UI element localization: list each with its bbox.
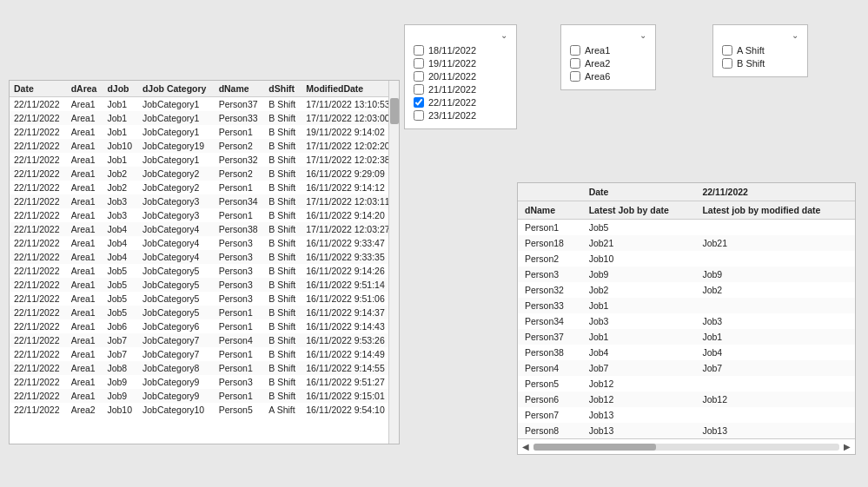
table-cell: 22/11/2022 bbox=[10, 250, 67, 264]
table-row[interactable]: 22/11/2022Area1Job10JobCategory19Person2… bbox=[10, 139, 399, 153]
summary-person-name: Person3 bbox=[518, 267, 582, 282]
summary-row[interactable]: Person8Job13Job13 bbox=[518, 423, 855, 438]
summary-latest-by-modified: Job7 bbox=[695, 360, 855, 376]
summary-person-name: Person2 bbox=[518, 251, 582, 267]
table-cell: JobCategory7 bbox=[138, 333, 215, 347]
table-row[interactable]: 22/11/2022Area1Job4JobCategory4Person3B … bbox=[10, 236, 399, 250]
table-cell: JobCategory2 bbox=[138, 167, 215, 181]
summary-row[interactable]: Person1Job5 bbox=[518, 220, 855, 236]
table-cell: Job1 bbox=[103, 97, 138, 112]
date-option-label: 22/11/2022 bbox=[428, 97, 476, 108]
darea-chevron-icon[interactable]: ⌄ bbox=[639, 30, 646, 40]
table-row[interactable]: 22/11/2022Area1Job7JobCategory7Person1B … bbox=[10, 347, 399, 361]
table-row[interactable]: 22/11/2022Area1Job7JobCategory7Person4B … bbox=[10, 333, 399, 347]
table-cell: B Shift bbox=[264, 306, 301, 319]
summary-person-name: Person1 bbox=[518, 220, 582, 236]
table-cell: Area1 bbox=[67, 264, 103, 278]
date-option-20-11-2022[interactable]: 20/11/2022 bbox=[414, 71, 507, 82]
summary-row[interactable]: Person3Job9Job9 bbox=[518, 267, 855, 282]
date-checkbox[interactable] bbox=[414, 97, 424, 108]
table-row[interactable]: 22/11/2022Area1Job8JobCategory8Person1B … bbox=[10, 361, 399, 375]
darea-checkbox[interactable] bbox=[570, 71, 580, 82]
date-dropdown-header[interactable]: ⌄ bbox=[414, 30, 507, 40]
date-option-18-11-2022[interactable]: 18/11/2022 bbox=[414, 45, 507, 56]
date-option-19-11-2022[interactable]: 19/11/2022 bbox=[414, 58, 507, 69]
summary-row[interactable]: Person18Job21Job21 bbox=[518, 235, 855, 251]
dshift-option-b-shift[interactable]: B Shift bbox=[722, 58, 798, 69]
table-row[interactable]: 22/11/2022Area1Job9JobCategory9Person3B … bbox=[10, 375, 399, 389]
dshift-checkbox[interactable] bbox=[722, 45, 732, 56]
darea-checkbox[interactable] bbox=[570, 45, 580, 56]
table-row[interactable]: 22/11/2022Area1Job2JobCategory2Person1B … bbox=[10, 181, 399, 194]
table-row[interactable]: 22/11/2022Area1Job1JobCategory1Person32B… bbox=[10, 153, 399, 167]
dshift-chevron-icon[interactable]: ⌄ bbox=[792, 30, 798, 40]
dshift-option-a-shift[interactable]: A Shift bbox=[722, 45, 798, 56]
dshift-checkbox[interactable] bbox=[722, 58, 732, 69]
table-cell: JobCategory6 bbox=[138, 319, 215, 333]
summary-row[interactable]: Person37Job1Job1 bbox=[518, 329, 855, 345]
date-chevron-icon[interactable]: ⌄ bbox=[500, 30, 507, 40]
vertical-scrollbar[interactable] bbox=[388, 81, 399, 444]
darea-checkbox[interactable] bbox=[570, 58, 580, 69]
table-cell: B Shift bbox=[264, 264, 301, 278]
summary-row[interactable]: Person7Job13 bbox=[518, 407, 855, 423]
table-row[interactable]: 22/11/2022Area1Job5JobCategory5Person1B … bbox=[10, 306, 399, 319]
summary-row[interactable]: Person5Job12 bbox=[518, 376, 855, 392]
table-row[interactable]: 22/11/2022Area1Job5JobCategory5Person3B … bbox=[10, 292, 399, 306]
scroll-right-arrow[interactable]: ▶ bbox=[844, 442, 851, 451]
table-row[interactable]: 22/11/2022Area1Job2JobCategory2Person2B … bbox=[10, 167, 399, 181]
summary-col-1: Latest Job by date bbox=[582, 201, 696, 220]
table-cell: Area1 bbox=[67, 347, 103, 361]
table-row[interactable]: 22/11/2022Area1Job5JobCategory5Person3B … bbox=[10, 278, 399, 292]
scroll-thumb[interactable] bbox=[533, 444, 656, 451]
summary-row[interactable]: Person6Job12Job12 bbox=[518, 392, 855, 407]
table-cell: 16/11/2022 9:14:12 bbox=[301, 181, 399, 194]
summary-latest-by-date: Job10 bbox=[582, 251, 696, 267]
darea-option-area6[interactable]: Area6 bbox=[570, 71, 646, 82]
table-cell: 16/11/2022 9:14:43 bbox=[301, 319, 399, 333]
summary-row[interactable]: Person2Job10 bbox=[518, 251, 855, 267]
horizontal-scrollbar[interactable]: ◀ ▶ bbox=[518, 438, 855, 454]
table-row[interactable]: 22/11/2022Area1Job6JobCategory6Person1B … bbox=[10, 319, 399, 333]
table-row[interactable]: 22/11/2022Area1Job4JobCategory4Person38B… bbox=[10, 222, 399, 236]
darea-option-area1[interactable]: Area1 bbox=[570, 45, 646, 56]
summary-row[interactable]: Person33Job1 bbox=[518, 298, 855, 313]
table-row[interactable]: 22/11/2022Area2Job10JobCategory10Person5… bbox=[10, 403, 399, 417]
table-cell: Area1 bbox=[67, 111, 103, 125]
date-checkbox[interactable] bbox=[414, 45, 424, 56]
darea-options-list: Area1Area2Area6 bbox=[570, 45, 646, 82]
darea-dropdown-header[interactable]: ⌄ bbox=[570, 30, 646, 40]
summary-row[interactable]: Person4Job7Job7 bbox=[518, 360, 855, 376]
table-cell: JobCategory4 bbox=[138, 222, 215, 236]
date-option-22-11-2022[interactable]: 22/11/2022 bbox=[414, 97, 507, 108]
table-cell: Person2 bbox=[215, 139, 265, 153]
table-row[interactable]: 22/11/2022Area1Job1JobCategory1Person37B… bbox=[10, 97, 399, 112]
summary-row[interactable]: Person34Job3Job3 bbox=[518, 313, 855, 329]
summary-person-name: Person33 bbox=[518, 298, 582, 313]
dshift-dropdown-header[interactable]: ⌄ bbox=[722, 30, 798, 40]
date-option-23-11-2022[interactable]: 23/11/2022 bbox=[414, 110, 507, 121]
date-option-21-11-2022[interactable]: 21/11/2022 bbox=[414, 84, 507, 95]
scroll-left-arrow[interactable]: ◀ bbox=[522, 442, 529, 451]
table-row[interactable]: 22/11/2022Area1Job1JobCategory1Person1B … bbox=[10, 125, 399, 139]
table-row[interactable]: 22/11/2022Area1Job4JobCategory4Person3B … bbox=[10, 250, 399, 264]
table-row[interactable]: 22/11/2022Area1Job3JobCategory3Person34B… bbox=[10, 194, 399, 208]
table-row[interactable]: 22/11/2022Area1Job1JobCategory1Person33B… bbox=[10, 111, 399, 125]
table-row[interactable]: 22/11/2022Area1Job9JobCategory9Person1B … bbox=[10, 389, 399, 403]
date-checkbox[interactable] bbox=[414, 71, 424, 82]
summary-latest-by-modified bbox=[695, 220, 855, 236]
table-cell: B Shift bbox=[264, 153, 301, 167]
date-checkbox[interactable] bbox=[414, 58, 424, 69]
table-cell: B Shift bbox=[264, 194, 301, 208]
table-cell: Job4 bbox=[103, 222, 138, 236]
table-row[interactable]: 22/11/2022Area1Job3JobCategory3Person1B … bbox=[10, 208, 399, 222]
date-checkbox[interactable] bbox=[414, 84, 424, 95]
summary-row[interactable]: Person32Job2Job2 bbox=[518, 282, 855, 298]
table-row[interactable]: 22/11/2022Area1Job5JobCategory5Person3B … bbox=[10, 264, 399, 278]
col-header-modifieddate: ModifiedDate bbox=[301, 81, 399, 97]
darea-option-area2[interactable]: Area2 bbox=[570, 58, 646, 69]
date-checkbox[interactable] bbox=[414, 110, 424, 121]
scroll-track[interactable] bbox=[533, 444, 839, 451]
summary-row[interactable]: Person38Job4Job4 bbox=[518, 345, 855, 360]
table-cell: Person1 bbox=[215, 361, 265, 375]
